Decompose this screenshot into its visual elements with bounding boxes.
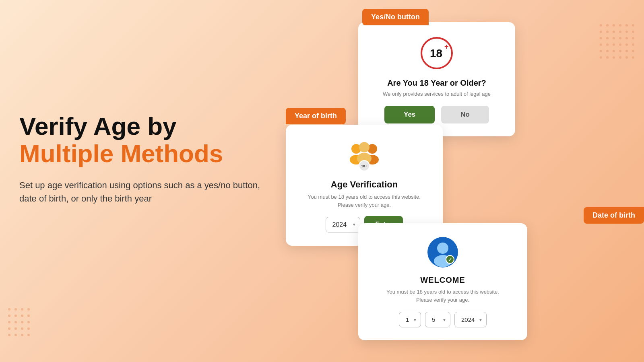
user-avatar-icon: ✓ [427,236,459,268]
year-select-wrapper: 2024 2023 2022 [326,217,360,232]
year-card-subtitle: You must be 18 years old to access this … [302,193,427,209]
hero-title-part2: Multiple Methods [19,140,223,167]
svg-point-7 [359,142,369,152]
yes-button[interactable]: Yes [384,106,435,123]
year-dob-select[interactable]: 2024 2023 2000 [454,312,487,327]
year-card-title: Age Verification [302,179,427,190]
18plus-badge: 18 + [419,35,455,71]
dob-card-subtitle: You must be 18 years old to access this … [374,288,511,304]
yes-no-card-subtitle: We only provides services to adult of le… [374,91,499,97]
avatar-group-icon: 18+ [346,138,382,174]
dot-decoration-bottom-left [8,308,31,338]
date-of-birth-card: ✓ WELCOME You must be 18 years old to ac… [358,223,527,340]
day-select[interactable]: 1 2 3 [399,312,421,327]
month-select[interactable]: 5 1 12 [425,312,450,327]
svg-text:+: + [444,43,449,51]
svg-text:✓: ✓ [448,257,452,263]
yes-no-btn-row: Yes No [374,106,499,123]
cards-area: Yes/No button Year of birth Date of birt… [282,0,644,362]
svg-point-12 [437,243,448,254]
svg-text:18+: 18+ [361,164,367,168]
hero-title: Verify Age by Multiple Methods [19,113,269,167]
dob-card-title: WELCOME [374,276,511,285]
year-of-birth-tab-label: Year of birth [286,108,346,124]
year-dob-select-wrapper: 2024 2023 2000 [454,312,487,327]
dob-input-row: 1 2 3 5 1 12 2024 2023 2000 [374,312,511,327]
day-select-wrapper: 1 2 3 [399,312,421,327]
yes-no-tab-label: Yes/No button [362,9,429,25]
yes-no-card-title: Are You 18 Year or Older? [374,78,499,88]
year-select[interactable]: 2024 2023 2022 [326,217,360,232]
hero-title-part1: Verify Age by [19,112,177,140]
month-select-wrapper: 5 1 12 [425,312,450,327]
hero-subtitle: Set up age verification using options su… [19,179,269,205]
no-button[interactable]: No [441,106,489,123]
date-of-birth-tab-label: Date of birth [584,207,644,224]
svg-text:18: 18 [430,47,442,60]
yes-no-card: 18 + Are You 18 Year or Older? We only p… [358,22,515,136]
hero-section: Verify Age by Multiple Methods Set up ag… [19,113,269,205]
